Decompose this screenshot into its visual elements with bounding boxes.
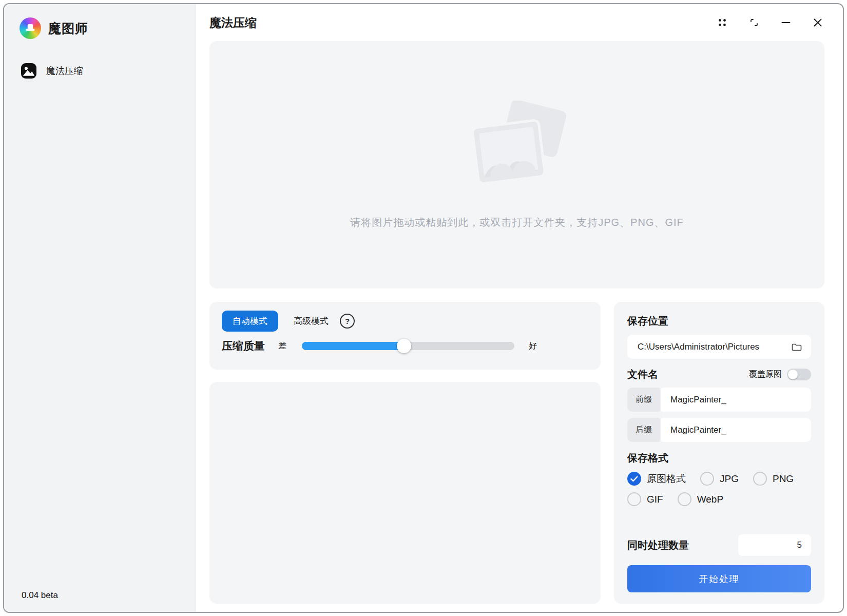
app-brand: 魔图师 <box>20 17 196 39</box>
overwrite-group: 覆盖原图 <box>749 369 811 380</box>
radio-checked-icon <box>627 472 641 486</box>
save-format-heading: 保存格式 <box>627 451 811 465</box>
format-row-1: 原图格式 JPG PNG <box>627 472 811 486</box>
compression-controls-card: 自动模式 高级模式 ? 压缩质量 差 好 <box>209 302 601 370</box>
prefix-input[interactable] <box>661 388 811 412</box>
auto-mode-button[interactable]: 自动模式 <box>222 311 278 332</box>
sidebar-item-label: 魔法压缩 <box>46 65 83 77</box>
magic-hat-icon <box>24 22 37 35</box>
overwrite-label: 覆盖原图 <box>749 369 782 380</box>
dots-icon[interactable] <box>716 16 729 29</box>
photo-placeholder-icon <box>460 101 573 198</box>
close-icon[interactable] <box>811 16 824 29</box>
radio-label: GIF <box>647 494 663 505</box>
quality-slider[interactable] <box>302 339 514 353</box>
folder-icon[interactable] <box>791 341 803 353</box>
radio-label: JPG <box>720 473 739 485</box>
quality-high-label: 好 <box>529 341 537 352</box>
concurrency-input[interactable] <box>738 534 811 556</box>
radio-jpg[interactable]: JPG <box>700 472 739 486</box>
prefix-row: 前缀 <box>627 388 811 412</box>
radio-unchecked-icon <box>753 472 767 486</box>
save-location-heading: 保存位置 <box>627 314 811 328</box>
titlebar: 魔法压缩 <box>209 4 824 41</box>
image-icon <box>20 62 38 80</box>
filename-row: 文件名 覆盖原图 <box>627 368 811 381</box>
suffix-input[interactable] <box>661 418 811 442</box>
app-logo-icon <box>20 17 41 39</box>
quality-low-label: 差 <box>278 341 286 352</box>
settings-card: 保存位置 C:\Users\Administrator\Pictures 文件名… <box>614 302 824 604</box>
prefix-chip: 前缀 <box>627 388 660 412</box>
concurrency-label: 同时处理数量 <box>627 538 689 552</box>
sidebar-item-magic-compress[interactable]: 魔法压缩 <box>20 62 196 80</box>
slider-fill <box>302 342 404 350</box>
left-column: 自动模式 高级模式 ? 压缩质量 差 好 <box>209 302 601 604</box>
radio-label: WebP <box>697 494 723 505</box>
question-icon[interactable]: ? <box>340 314 355 329</box>
radio-unchecked-icon <box>678 492 691 506</box>
save-path-value: C:\Users\Administrator\Pictures <box>638 342 791 352</box>
dropzone-hint: 请将图片拖动或粘贴到此，或双击打开文件夹，支持JPG、PNG、GIF <box>350 216 684 229</box>
window-controls <box>716 16 824 29</box>
page-title: 魔法压缩 <box>209 15 257 31</box>
bottom-area: 自动模式 高级模式 ? 压缩质量 差 好 <box>209 302 824 604</box>
quality-label: 压缩质量 <box>222 339 265 353</box>
sidebar: 魔图师 魔法压缩 0.04 beta <box>4 4 196 612</box>
radio-unchecked-icon <box>627 492 641 506</box>
minimize-icon[interactable] <box>779 16 793 29</box>
radio-label: PNG <box>773 473 794 485</box>
overwrite-toggle[interactable] <box>787 369 811 380</box>
format-row-2: GIF WebP <box>627 492 811 506</box>
suffix-row: 后缀 <box>627 418 811 442</box>
version-text: 0.04 beta <box>22 590 58 601</box>
filename-heading: 文件名 <box>627 368 658 381</box>
results-card <box>209 382 601 604</box>
radio-unchecked-icon <box>700 472 714 486</box>
app-window: 魔图师 魔法压缩 0.04 beta 魔法压缩 <box>3 3 844 613</box>
radio-webp[interactable]: WebP <box>678 492 723 506</box>
advanced-mode-button[interactable]: 高级模式 <box>294 315 329 327</box>
slider-thumb[interactable] <box>397 339 411 353</box>
restore-icon[interactable] <box>747 16 761 29</box>
radio-gif[interactable]: GIF <box>627 492 663 506</box>
toggle-knob <box>788 370 798 379</box>
quality-row: 压缩质量 差 好 <box>222 339 588 353</box>
main-panel: 魔法压缩 <box>196 4 843 612</box>
radio-png[interactable]: PNG <box>753 472 794 486</box>
radio-label: 原图格式 <box>647 472 686 486</box>
radio-original-format[interactable]: 原图格式 <box>627 472 686 486</box>
concurrency-row: 同时处理数量 <box>627 534 811 556</box>
suffix-chip: 后缀 <box>627 418 660 442</box>
app-title: 魔图师 <box>48 20 88 37</box>
start-processing-button[interactable]: 开始处理 <box>627 565 811 592</box>
save-path-field[interactable]: C:\Users\Administrator\Pictures <box>627 335 811 359</box>
mode-row: 自动模式 高级模式 ? <box>222 311 588 332</box>
dropzone[interactable]: 请将图片拖动或粘贴到此，或双击打开文件夹，支持JPG、PNG、GIF <box>209 41 824 288</box>
